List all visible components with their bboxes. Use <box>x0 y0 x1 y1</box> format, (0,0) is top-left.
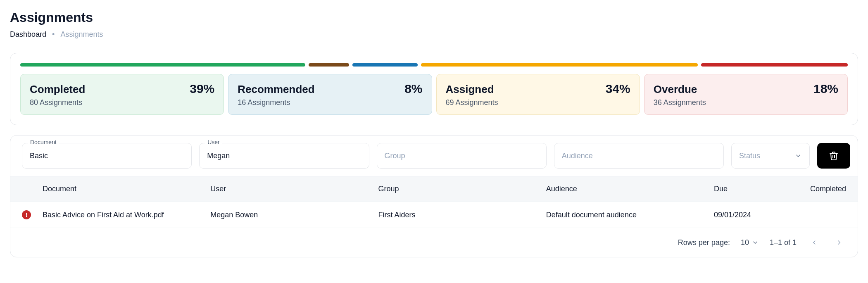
cell-user: Megan Bowen <box>210 211 378 219</box>
filter-document: Document <box>22 143 192 169</box>
filter-group <box>377 143 547 169</box>
assignments-panel: Document User Status Docume <box>10 135 858 257</box>
stats-card: Completed39%80 AssignmentsRecommended8%1… <box>10 53 858 125</box>
filter-row: Document User Status <box>10 136 858 176</box>
rows-per-page-label: Rows per page: <box>678 238 730 247</box>
stat-title: Overdue <box>654 83 697 96</box>
stat-subtitle: 36 Assignments <box>654 98 838 107</box>
progress-segment <box>309 63 350 67</box>
table-body: !Basic Advice on First Aid at Work.pdfMe… <box>10 202 858 228</box>
progress-segment <box>421 63 698 67</box>
column-group[interactable]: Group <box>378 185 546 193</box>
breadcrumb: Dashboard • Assignments <box>10 30 858 39</box>
pagination-range: 1–1 of 1 <box>770 238 797 247</box>
chevron-down-icon <box>751 239 759 246</box>
column-user[interactable]: User <box>210 185 378 193</box>
filter-user: User <box>199 143 369 169</box>
status-select-label: Status <box>739 152 760 160</box>
column-due[interactable]: Due <box>714 185 788 193</box>
stat-subtitle: 16 Assignments <box>238 98 422 107</box>
progress-segment <box>352 63 418 67</box>
chevron-down-icon <box>794 152 802 159</box>
cell-due: 09/01/2024 <box>714 211 788 219</box>
breadcrumb-separator: • <box>52 30 55 39</box>
stat-title: Assigned <box>446 83 494 96</box>
cell-group: First Aiders <box>378 211 546 219</box>
group-input[interactable] <box>377 143 547 169</box>
clear-filters-button[interactable] <box>817 143 850 169</box>
alert-icon: ! <box>22 210 31 219</box>
status-select[interactable]: Status <box>731 143 810 169</box>
progress-segment <box>20 63 305 67</box>
column-document[interactable]: Document <box>43 185 210 193</box>
stat-title: Completed <box>30 83 85 96</box>
stat-percent: 8% <box>404 82 422 96</box>
breadcrumb-current: Assignments <box>60 30 103 39</box>
progress-segment <box>701 63 848 67</box>
filter-audience <box>554 143 724 169</box>
user-input[interactable] <box>199 143 369 169</box>
stat-percent: 39% <box>190 82 214 96</box>
progress-bar <box>20 63 848 67</box>
rows-per-page-value: 10 <box>741 238 749 247</box>
stat-subtitle: 80 Assignments <box>30 98 214 107</box>
stat-completed[interactable]: Completed39%80 Assignments <box>20 74 224 115</box>
stat-title: Recommended <box>238 83 314 96</box>
prev-page-button[interactable] <box>807 235 821 250</box>
rows-per-page-select[interactable]: 10 <box>741 238 759 247</box>
document-input[interactable] <box>22 143 192 169</box>
audience-input[interactable] <box>554 143 724 169</box>
stat-percent: 18% <box>813 82 838 96</box>
page-title: Assignments <box>10 10 858 25</box>
filter-document-label: Document <box>28 139 59 145</box>
stat-row: Completed39%80 AssignmentsRecommended8%1… <box>20 74 848 115</box>
cell-document: Basic Advice on First Aid at Work.pdf <box>43 211 210 219</box>
column-audience[interactable]: Audience <box>546 185 714 193</box>
pagination: Rows per page: 10 1–1 of 1 <box>10 228 858 257</box>
trash-icon <box>829 151 839 161</box>
stat-recommended[interactable]: Recommended8%16 Assignments <box>228 74 432 115</box>
table-row[interactable]: !Basic Advice on First Aid at Work.pdfMe… <box>10 202 858 228</box>
stat-percent: 34% <box>606 82 630 96</box>
chevron-left-icon <box>811 239 818 246</box>
stat-subtitle: 69 Assignments <box>446 98 630 107</box>
chevron-right-icon <box>835 239 843 246</box>
table-header: Document User Group Audience Due Complet… <box>10 176 858 202</box>
breadcrumb-dashboard[interactable]: Dashboard <box>10 30 46 39</box>
next-page-button[interactable] <box>832 235 846 250</box>
cell-audience: Default document audience <box>546 211 714 219</box>
stat-overdue[interactable]: Overdue18%36 Assignments <box>644 74 848 115</box>
column-completed[interactable]: Completed <box>788 185 846 193</box>
stat-assigned[interactable]: Assigned34%69 Assignments <box>436 74 640 115</box>
filter-user-label: User <box>205 139 222 145</box>
